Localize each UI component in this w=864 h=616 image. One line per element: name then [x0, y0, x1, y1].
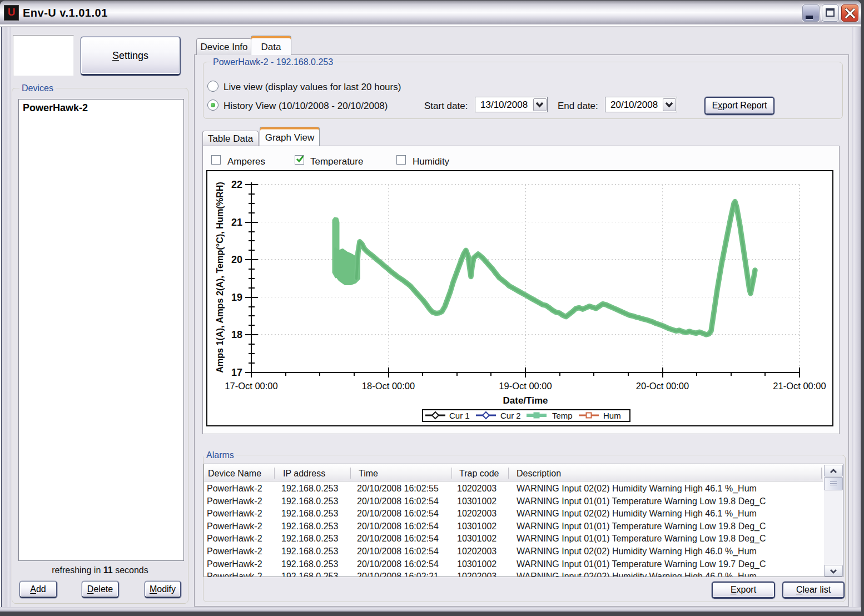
svg-text:Temp: Temp	[552, 411, 573, 420]
svg-text:Hum: Hum	[603, 411, 621, 420]
svg-text:Date/Time: Date/Time	[503, 395, 548, 406]
svg-text:22: 22	[231, 179, 242, 190]
svg-text:20: 20	[231, 254, 242, 265]
svg-text:19-Oct 00:00: 19-Oct 00:00	[499, 381, 552, 391]
svg-text:19: 19	[231, 292, 242, 303]
svg-text:21: 21	[231, 217, 242, 228]
svg-text:18: 18	[231, 329, 242, 340]
svg-text:17: 17	[231, 367, 242, 378]
svg-text:Amps 1(A), Amps 2(A), Temp(°C): Amps 1(A), Amps 2(A), Temp(°C), Hum(%RH)	[215, 182, 225, 373]
svg-text:Cur 2: Cur 2	[500, 411, 521, 420]
svg-text:18-Oct 00:00: 18-Oct 00:00	[362, 381, 415, 391]
svg-text:21-Oct 00:00: 21-Oct 00:00	[773, 381, 826, 391]
svg-text:Cur 1: Cur 1	[449, 411, 470, 420]
svg-text:17-Oct 00:00: 17-Oct 00:00	[225, 381, 277, 391]
svg-text:20-Oct 00:00: 20-Oct 00:00	[636, 381, 689, 391]
